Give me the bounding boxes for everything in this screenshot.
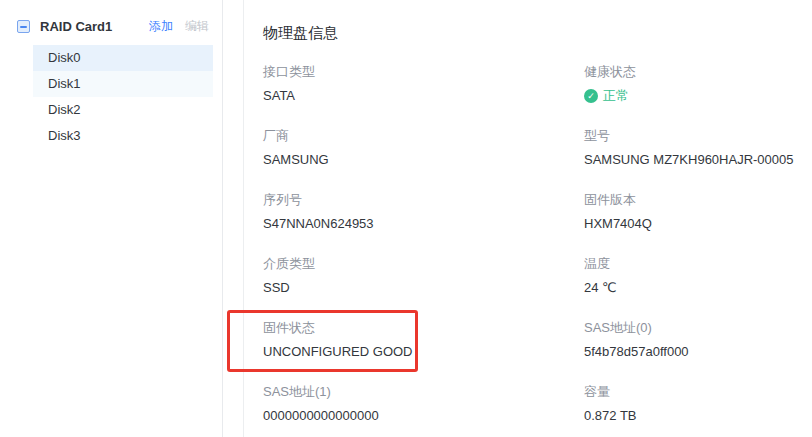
field-temperature: 温度 24 ℃	[584, 255, 812, 297]
field-label: 健康状态	[584, 63, 812, 81]
field-media-type: 介质类型 SSD	[263, 255, 584, 297]
field-vendor: 厂商 SAMSUNG	[263, 127, 584, 169]
field-value: SATA	[263, 87, 584, 105]
field-label: 温度	[584, 255, 812, 273]
field-value: HXM7404Q	[584, 215, 812, 233]
edit-button[interactable]: 编辑	[185, 18, 209, 35]
sidebar-item-disk1[interactable]: Disk1	[33, 71, 213, 97]
disk-info-grid: 接口类型 SATA 健康状态 ✓ 正常 厂商 SAMSUNG 型号 SAMSUN…	[263, 63, 812, 425]
field-model: 型号 SAMSUNG MZ7KH960HAJR-00005	[584, 127, 812, 169]
field-value: SSD	[263, 279, 584, 297]
check-circle-icon: ✓	[584, 89, 598, 103]
sidebar-item-disk0[interactable]: Disk0	[33, 45, 213, 71]
field-value: 0.872 TB	[584, 407, 812, 425]
sidebar-item-disk2[interactable]: Disk2	[33, 97, 213, 123]
field-value: UNCONFIGURED GOOD	[263, 343, 584, 361]
field-value: 5f4b78d57a0ff000	[584, 343, 812, 361]
field-serial-number: 序列号 S47NNA0N624953	[263, 191, 584, 233]
field-label: 厂商	[263, 127, 584, 145]
tree-node-raid-card1: RAID Card1 添加 编辑	[0, 0, 222, 35]
field-value: S47NNA0N624953	[263, 215, 584, 233]
health-status-text: 正常	[603, 87, 629, 105]
field-label: 接口类型	[263, 63, 584, 81]
tree-node-label: RAID Card1	[40, 19, 141, 34]
page-title: 物理盘信息	[263, 22, 812, 43]
sidebar-item-disk3[interactable]: Disk3	[33, 123, 213, 149]
field-sas-address-1: SAS地址(1) 0000000000000000	[263, 383, 584, 425]
field-label: SAS地址(0)	[584, 319, 812, 337]
field-label: 序列号	[263, 191, 584, 209]
sidebar-raid-tree: RAID Card1 添加 编辑 Disk0 Disk1 Disk2 Disk3	[0, 0, 223, 437]
field-firmware-version: 固件版本 HXM7404Q	[584, 191, 812, 233]
field-label: 容量	[584, 383, 812, 401]
physical-disk-info-panel: 物理盘信息 接口类型 SATA 健康状态 ✓ 正常 厂商 SAMSUNG 型号 …	[243, 0, 812, 437]
field-sas-address-0: SAS地址(0) 5f4b78d57a0ff000	[584, 319, 812, 361]
collapse-minus-icon[interactable]	[17, 20, 30, 33]
field-interface-type: 接口类型 SATA	[263, 63, 584, 105]
field-label: 固件版本	[584, 191, 812, 209]
field-firmware-state: 固件状态 UNCONFIGURED GOOD	[263, 319, 584, 361]
health-status-value: ✓ 正常	[584, 87, 812, 105]
field-value: 24 ℃	[584, 279, 812, 297]
field-value: 0000000000000000	[263, 407, 584, 425]
field-value: SAMSUNG	[263, 151, 584, 169]
field-label: SAS地址(1)	[263, 383, 584, 401]
field-label: 型号	[584, 127, 812, 145]
disk-list: Disk0 Disk1 Disk2 Disk3	[0, 45, 222, 149]
field-label: 介质类型	[263, 255, 584, 273]
field-label: 固件状态	[263, 319, 584, 337]
physical-disk-page: RAID Card1 添加 编辑 Disk0 Disk1 Disk2 Disk3…	[0, 0, 812, 437]
field-value: SAMSUNG MZ7KH960HAJR-00005	[584, 151, 812, 169]
add-button[interactable]: 添加	[149, 18, 173, 35]
field-health-status: 健康状态 ✓ 正常	[584, 63, 812, 105]
field-capacity: 容量 0.872 TB	[584, 383, 812, 425]
